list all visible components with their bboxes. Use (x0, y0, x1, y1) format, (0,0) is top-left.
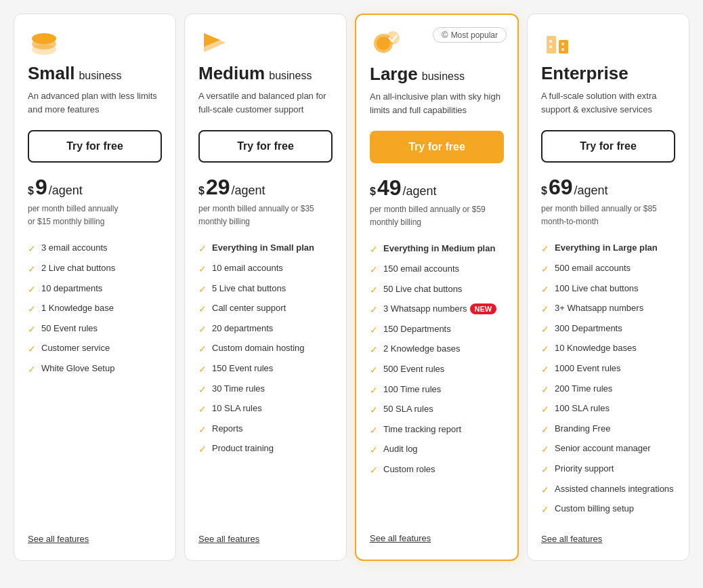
feature-item: ✓ 200 Time rules (541, 383, 675, 397)
feature-item: ✓ Reports (198, 423, 333, 437)
check-icon: ✓ (198, 403, 207, 417)
check-icon: ✓ (28, 283, 36, 297)
price-row: $ 69 /agent (541, 175, 675, 200)
try-free-button[interactable]: Try for free (541, 130, 675, 163)
check-icon: ✓ (198, 263, 207, 276)
check-icon: ✓ (198, 303, 207, 316)
price-dollar: $ (541, 185, 547, 197)
feature-item: ✓ 1 Knowledge base (28, 302, 162, 316)
feature-text: Reports (212, 423, 243, 435)
feature-item: ✓ Everything in Small plan (198, 242, 333, 256)
see-all-link[interactable]: See all features (541, 534, 675, 544)
feature-item: ✓ Senior account manager (541, 442, 675, 457)
feature-item: ✓ 150 email accounts (370, 263, 504, 277)
feature-text: Branding Free (555, 423, 610, 435)
feature-item: ✓ 300 Departments (541, 322, 675, 337)
plan-description: An all-inclusive plan with sky high limi… (370, 90, 504, 120)
check-icon: ✓ (541, 363, 549, 377)
see-all-link[interactable]: See all features (370, 533, 504, 543)
feature-item: ✓ Everything in Medium plan (370, 243, 504, 257)
price-per: /agent (232, 184, 265, 198)
feature-item: ✓ 10 Knowledge bases (541, 342, 675, 356)
feature-text: 30 Time rules (212, 383, 265, 395)
feature-item: ✓ 10 SLA rules (198, 402, 333, 417)
feature-item: ✓ 50 Live chat buttons (370, 283, 504, 297)
try-free-button[interactable]: Try for free (28, 130, 162, 163)
feature-text: 50 Event rules (41, 322, 98, 335)
feature-text: 100 Time rules (383, 383, 441, 396)
plan-icon-small (28, 30, 60, 55)
svg-rect-8 (547, 36, 556, 54)
check-icon: ✓ (541, 484, 549, 497)
feature-text: 50 SLA rules (383, 403, 433, 415)
feature-text: Everything in Medium plan (383, 243, 495, 255)
feature-text: Product training (212, 442, 274, 455)
feature-item: ✓ Everything in Large plan (541, 242, 675, 256)
see-all-link[interactable]: See all features (198, 534, 333, 544)
price-number: 29 (206, 175, 230, 200)
plan-card-medium: Medium business A versatile and balanced… (184, 14, 347, 561)
price-dollar: $ (28, 185, 34, 197)
svg-rect-11 (549, 45, 552, 48)
features-list: ✓ Everything in Small plan ✓ 10 email ac… (198, 242, 333, 522)
plan-name-row: Small business (28, 63, 162, 84)
feature-text: 1 Knowledge base (41, 302, 114, 314)
feature-text: Everything in Small plan (212, 242, 314, 254)
check-icon: ✓ (541, 463, 549, 477)
plan-card-large: © Most popular Large business An all-inc… (355, 14, 519, 561)
check-icon: ✓ (541, 323, 549, 337)
check-icon: ✓ (370, 364, 378, 377)
plan-name-row: Enterprise (541, 63, 675, 84)
feature-item: ✓ Audit log (370, 443, 504, 457)
svg-point-7 (386, 31, 400, 45)
check-icon: ✓ (370, 424, 378, 438)
feature-item: ✓ 3 email accounts (28, 242, 162, 256)
feature-text: 150 Event rules (212, 362, 273, 375)
feature-text: 300 Departments (555, 322, 622, 335)
feature-item: ✓ White Glove Setup (28, 362, 162, 377)
check-icon: ✓ (198, 323, 207, 337)
features-list: ✓ Everything in Large plan ✓ 500 email a… (541, 242, 675, 522)
see-all-link[interactable]: See all features (28, 534, 162, 544)
feature-item: ✓ Branding Free (541, 423, 675, 437)
check-icon: ✓ (370, 384, 378, 398)
feature-item: ✓ Custom billing setup (541, 503, 675, 517)
feature-item: ✓ 2 Knowledge bases (370, 343, 504, 357)
price-note: per month billed annually or $35monthly … (198, 203, 333, 228)
feature-text: 3 email accounts (41, 242, 108, 254)
feature-text: 150 Departments (383, 323, 451, 335)
plan-card-small: Small business An advanced plan with les… (14, 14, 176, 561)
feature-item: ✓ 2 Live chat buttons (28, 262, 162, 276)
feature-text: 5 Live chat buttons (212, 282, 286, 295)
feature-item: ✓ 50 Event rules (28, 322, 162, 337)
try-free-button[interactable]: Try for free (370, 131, 504, 163)
price-number: 49 (377, 175, 402, 201)
feature-item: ✓ 500 Event rules (370, 363, 504, 377)
feature-item: ✓ Call center support (198, 302, 333, 316)
feature-text: 50 Live chat buttons (383, 283, 462, 295)
feature-item: ✓ 500 email accounts (541, 262, 675, 276)
check-icon: ✓ (370, 284, 378, 297)
check-icon: ✓ (370, 243, 378, 257)
check-icon: ✓ (370, 324, 378, 337)
try-free-button[interactable]: Try for free (198, 130, 333, 163)
price-row: $ 29 /agent (198, 175, 333, 200)
check-icon: ✓ (198, 383, 207, 397)
check-icon: ✓ (28, 243, 36, 256)
features-list: ✓ Everything in Medium plan ✓ 150 email … (370, 243, 504, 522)
price-dollar: $ (198, 185, 205, 197)
feature-item: ✓ 100 SLA rules (541, 402, 675, 417)
feature-text: 500 email accounts (555, 262, 631, 274)
check-icon: ✓ (198, 343, 207, 356)
check-icon: ✓ (541, 263, 549, 276)
feature-text: 10 SLA rules (212, 402, 262, 415)
feature-text: 200 Time rules (555, 383, 612, 395)
check-icon: ✓ (28, 303, 36, 316)
check-icon: ✓ (370, 404, 378, 417)
feature-text: Audit log (383, 443, 418, 455)
check-icon: ✓ (541, 383, 549, 397)
feature-text: Priority support (555, 463, 614, 475)
check-icon: ✓ (370, 444, 378, 457)
copyright-icon: © (442, 30, 448, 40)
price-note: per month billed annually or $59monthly … (370, 203, 504, 229)
